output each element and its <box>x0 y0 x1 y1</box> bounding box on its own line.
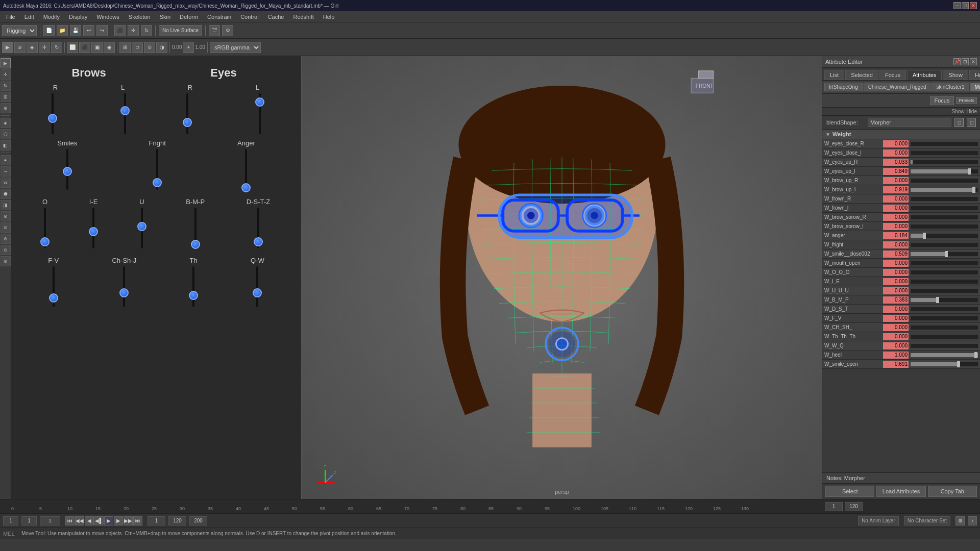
timeline-start-input[interactable] <box>825 502 843 511</box>
weight-slider-track-4[interactable] <box>911 179 978 183</box>
new-file-button[interactable]: 📄 <box>43 25 55 36</box>
weight-input-0[interactable] <box>883 140 909 147</box>
phoneme-qw-knob[interactable] <box>253 288 262 297</box>
phoneme-ie-slider[interactable] <box>92 208 94 248</box>
weight-input-15[interactable] <box>883 278 909 285</box>
weight-input-10[interactable] <box>883 232 909 239</box>
node-tab-chinese-woman[interactable]: Chinese_Woman_Rigged <box>864 83 931 91</box>
tab-show[interactable]: Show <box>943 70 968 80</box>
constraint-btn[interactable]: ⊘ <box>1 222 11 233</box>
play-forward-button[interactable]: ▶ <box>104 516 113 525</box>
menu-edit[interactable]: Edit <box>20 13 38 21</box>
eyes-l-slider-knob[interactable] <box>255 97 264 107</box>
paint-tool-button[interactable]: ◈ <box>27 42 38 53</box>
weight-input-1[interactable] <box>883 149 909 157</box>
phoneme-dstz-slider[interactable] <box>257 208 259 248</box>
timeline-area[interactable]: 0510152025303540455055606570758085909510… <box>0 499 980 513</box>
fright-slider-track[interactable] <box>156 149 158 190</box>
weight-input-13[interactable] <box>883 260 909 267</box>
lasso-tool-button[interactable]: ⌀ <box>14 42 26 53</box>
weight-input-17[interactable] <box>883 296 909 304</box>
phoneme-u-knob[interactable] <box>137 222 146 231</box>
rotate-mode-button[interactable]: ↻ <box>141 25 152 36</box>
component-mode-button[interactable]: ⬜ <box>67 42 78 53</box>
blend-btn[interactable]: ⊝ <box>1 245 11 255</box>
weight-slider-track-6[interactable] <box>911 197 978 201</box>
attr-pin-button[interactable]: 📌 <box>953 58 961 65</box>
hierarchy-mode-button[interactable]: ▣ <box>91 42 103 53</box>
smiles-slider-track[interactable] <box>66 149 68 190</box>
viewport[interactable]: View Shading Lighting Show Renderer Pane… <box>11 56 822 499</box>
weight-section[interactable]: ▼ Weight W_eyes_close_RW_eyes_close_lW_e… <box>822 130 980 472</box>
weight-slider-track-13[interactable] <box>911 261 978 265</box>
tab-attributes[interactable]: Attributes <box>907 70 942 80</box>
weight-input-3[interactable] <box>883 168 909 175</box>
play-back-button[interactable]: ◀▌ <box>94 516 104 525</box>
select-button[interactable]: Select <box>825 486 874 497</box>
phoneme-chshj-slider[interactable] <box>123 266 125 307</box>
weight-slider-track-11[interactable] <box>911 243 978 247</box>
focus-button[interactable]: Focus <box>930 96 954 105</box>
object-mode-button[interactable]: ⬛ <box>79 42 90 53</box>
maximize-button[interactable]: □ <box>962 2 969 9</box>
weight-input-12[interactable] <box>883 251 909 258</box>
weight-slider-track-12[interactable] <box>911 252 978 256</box>
render-button[interactable]: 🎬 <box>209 25 220 36</box>
presets-button[interactable]: Presets <box>956 97 977 104</box>
weight-slider-knob-10[interactable] <box>923 233 926 239</box>
paint-weights-btn[interactable]: ◈ <box>1 118 11 128</box>
next-key-button[interactable]: ▶▶ <box>124 516 133 525</box>
node-tab-morpher[interactable]: Morpher <box>970 83 980 91</box>
weight-slider-knob-17[interactable] <box>936 297 939 303</box>
weight-input-18[interactable] <box>883 306 909 313</box>
sculpt-btn[interactable]: ⬡ <box>1 129 11 139</box>
weight-input-22[interactable] <box>883 342 909 349</box>
weight-input-20[interactable] <box>883 324 909 331</box>
audio-button[interactable]: ♪ <box>968 516 977 525</box>
snap-to-curve-button[interactable]: ⊃ <box>132 42 143 53</box>
anger-slider-track[interactable] <box>245 149 247 190</box>
weight-input-16[interactable] <box>883 287 909 294</box>
weight-slider-track-23[interactable] <box>911 353 978 357</box>
anger-slider-knob[interactable] <box>241 183 251 192</box>
menu-help[interactable]: Help <box>319 13 339 21</box>
weight-input-6[interactable] <box>883 195 909 203</box>
weight-slider-track-24[interactable] <box>911 362 978 366</box>
copy-tab-button[interactable]: Copy Tab <box>928 486 977 497</box>
universal-tool-btn[interactable]: ⊕ <box>1 103 11 113</box>
blend-shape-input[interactable] <box>868 118 951 127</box>
weight-input-7[interactable] <box>883 205 909 212</box>
paint-skin-btn[interactable]: ⬟ <box>1 189 11 199</box>
select-tool-button[interactable]: ▶ <box>2 42 13 53</box>
smiles-slider-knob[interactable] <box>63 167 72 176</box>
weight-input-24[interactable] <box>883 361 909 368</box>
next-frame-button[interactable]: ▶ <box>114 516 123 525</box>
weight-input-2[interactable] <box>883 159 909 166</box>
weight-input-19[interactable] <box>883 315 909 322</box>
attr-close-button[interactable]: ✕ <box>970 58 977 65</box>
brows-l-slider-track[interactable] <box>124 93 126 134</box>
mirror-btn[interactable]: ◨ <box>1 200 11 210</box>
weight-slider-knob-12[interactable] <box>945 251 948 257</box>
rotate-tool-button[interactable]: ↻ <box>51 42 62 53</box>
snap-to-grid-button[interactable]: ⊞ <box>119 42 131 53</box>
extra-btn[interactable]: ⊛ <box>1 256 11 266</box>
tab-selected[interactable]: Selected <box>845 70 878 80</box>
menu-file[interactable]: File <box>2 13 19 21</box>
weight-input-5[interactable] <box>883 186 909 193</box>
weight-slider-track-14[interactable] <box>911 270 978 274</box>
joint-tool-btn[interactable]: ● <box>1 155 11 165</box>
phoneme-fv-knob[interactable] <box>49 293 58 303</box>
attr-float-button[interactable]: ⊡ <box>962 58 969 65</box>
prev-frame-button[interactable]: ◀ <box>85 516 94 525</box>
close-button[interactable]: ✕ <box>970 2 977 9</box>
weight-input-11[interactable] <box>883 241 909 248</box>
phoneme-dstz-knob[interactable] <box>254 237 263 246</box>
weight-slider-track-21[interactable] <box>911 335 978 339</box>
menu-display[interactable]: Display <box>65 13 91 21</box>
weight-slider-track-22[interactable] <box>911 344 978 348</box>
load-attributes-button[interactable]: Load Attributes <box>876 486 925 497</box>
weight-input-8[interactable] <box>883 214 909 221</box>
move-tool-button[interactable]: ✛ <box>39 42 50 53</box>
jump-end-button[interactable]: ⏭ <box>133 516 142 525</box>
